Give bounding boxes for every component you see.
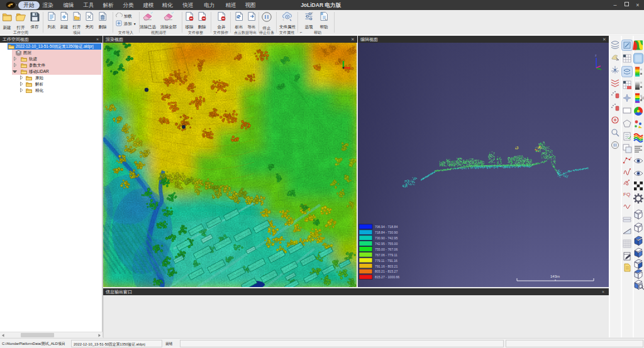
svg-text:10: 10 bbox=[641, 96, 644, 100]
svg-text:755.00 - 767.06: 755.00 - 767.06 bbox=[375, 247, 397, 251]
svg-text:730.90 - 742.95: 730.90 - 742.95 bbox=[375, 236, 397, 240]
svg-text:718.84 - 730.90: 718.84 - 730.90 bbox=[375, 231, 397, 234]
svg-text:706.94 - 718.84: 706.94 - 718.84 bbox=[375, 225, 397, 229]
svg-text:803.21 - 815.27: 803.21 - 815.27 bbox=[375, 269, 397, 273]
svg-text:143m: 143m bbox=[550, 275, 560, 278]
svg-text:779.11 - 791.16: 779.11 - 791.16 bbox=[375, 259, 397, 263]
svg-text:815.27 - 1000.66: 815.27 - 1000.66 bbox=[375, 275, 399, 279]
svg-text:791.16 - 803.21: 791.16 - 803.21 bbox=[375, 264, 397, 268]
svg-text:742.95 - 755.00: 742.95 - 755.00 bbox=[375, 242, 397, 246]
svg-text:767.06 - 779.11: 767.06 - 779.11 bbox=[375, 253, 397, 257]
svg-text:FQ: FQ bbox=[623, 192, 630, 197]
